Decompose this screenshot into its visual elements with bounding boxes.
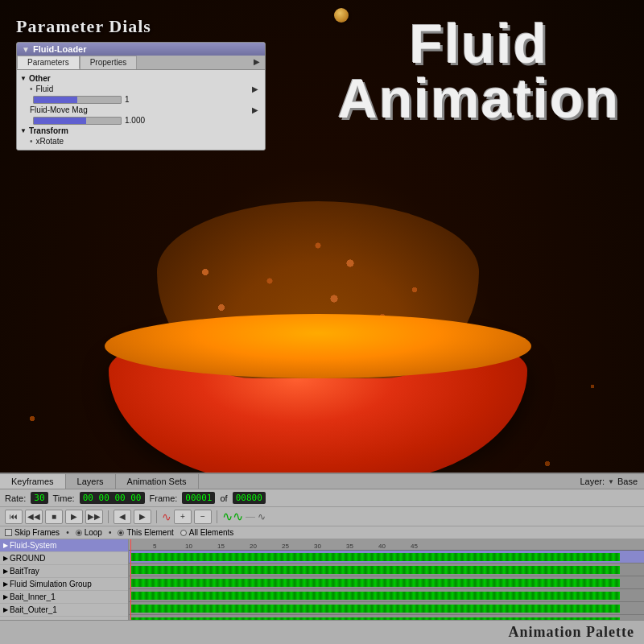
track-bait-outer-label: Bait_Outer_1: [10, 605, 57, 614]
fluid-animation-title: Fluid Animation: [338, 16, 620, 126]
step-back-button[interactable]: ◀◀: [25, 510, 43, 524]
track-fluid-system[interactable]: ▶ Fluid-System: [0, 539, 128, 552]
track-row-bait-outer: [129, 615, 644, 620]
timeline-panel: Keyframes Layers Animation Sets Layer: ▼…: [0, 473, 644, 644]
track-row-ground: [129, 564, 644, 576]
ruler-5: 5: [153, 543, 156, 550]
ruler-35: 35: [346, 543, 353, 550]
param-tabs: Parameters Properties ▶: [17, 56, 265, 70]
bullet-icon: •: [30, 85, 33, 93]
section-transform-label: Transform: [29, 126, 68, 135]
param-window-title: Fluid-Loader: [33, 44, 87, 54]
loop-label: Loop: [85, 528, 102, 537]
section-other-header[interactable]: ▼ Other: [17, 73, 265, 84]
layer-indicator: Layer: ▼ Base: [573, 475, 644, 488]
ruler-40: 40: [378, 543, 386, 550]
transport-separator-3: [217, 510, 217, 523]
next-key-button[interactable]: ▶: [134, 510, 151, 524]
anim-palette-label: Animation Palette: [509, 624, 634, 640]
param-fluid-move-arrow-icon: ▶: [252, 105, 258, 114]
frame-value: 00001: [182, 492, 215, 504]
bullet-sep: •: [66, 528, 69, 537]
step-forward-button[interactable]: ▶▶: [85, 510, 103, 524]
bullet-sep-2: •: [109, 528, 112, 537]
ruler-25: 25: [282, 543, 289, 550]
skip-to-start-button[interactable]: ⏮: [5, 510, 23, 524]
skip-frames-checkbox[interactable]: [5, 529, 12, 536]
loop-option: Loop: [76, 528, 102, 537]
wave-icon: ∿: [162, 510, 171, 523]
fluid-move-slider-row: 1.000: [17, 115, 265, 126]
bowl-lip: [105, 314, 531, 378]
track-ruler: 5 10 15 20 25 30 35 40 45: [129, 539, 644, 551]
fluid-slider[interactable]: [33, 96, 122, 104]
track-timeline-area[interactable]: 5 10 15 20 25 30 35 40 45: [129, 539, 644, 620]
section-transform-triangle-icon: ▼: [20, 127, 27, 134]
track-bait-outer[interactable]: ▶ Bait_Outer_1: [0, 604, 128, 617]
loop-radio[interactable]: [76, 530, 82, 536]
track-ground-triangle-icon: ▶: [3, 555, 8, 562]
keyframe-bar-ground: [130, 566, 620, 574]
transport-separator-2: [156, 510, 157, 523]
time-value: 00 00 00 00: [80, 492, 145, 504]
layer-value: Base: [617, 477, 638, 486]
wavy-icon: ∿: [258, 511, 266, 522]
tab-animation-sets[interactable]: Animation Sets: [116, 474, 199, 489]
remove-key-button[interactable]: −: [194, 510, 212, 524]
track-bait-inner[interactable]: ▶ Bait_Inner_1: [0, 591, 128, 604]
green-wave-icon: ∿∿: [222, 509, 243, 524]
track-fluid-sim-label: Fluid Simulation Group: [10, 580, 92, 588]
minus-icon: —: [246, 511, 255, 522]
of-label: of: [220, 493, 227, 503]
tab-properties[interactable]: Properties: [80, 56, 138, 69]
track-baittray-label: BaitTray: [10, 567, 39, 576]
all-elements-label: All Elements: [189, 528, 234, 537]
track-fluidsim-triangle-icon: ▶: [3, 580, 8, 588]
param-fluid-arrow-icon: ▶: [252, 85, 258, 93]
timeline-tabs: Keyframes Layers Animation Sets Layer: ▼…: [0, 474, 644, 489]
play-button[interactable]: ▶: [65, 510, 83, 524]
fluid-move-slider-value: 1.000: [125, 116, 149, 125]
tab-keyframes[interactable]: Keyframes: [0, 474, 66, 489]
all-elements-option: All Elements: [180, 528, 234, 537]
track-baitinner-triangle-icon: ▶: [3, 593, 8, 601]
layer-dropdown-icon[interactable]: ▼: [608, 478, 614, 485]
ruler-10: 10: [185, 543, 192, 550]
total-frames: 00800: [233, 492, 266, 504]
fluid-move-slider[interactable]: [33, 117, 122, 125]
track-baittray[interactable]: ▶ BaitTray: [0, 565, 128, 578]
transport-separator: [108, 510, 109, 523]
section-other-label: Other: [29, 74, 51, 83]
section-other: ▼ Other • Fluid ▶ 1 Fluid-Move Mag ▶: [17, 73, 265, 126]
tab-parameters[interactable]: Parameters: [17, 56, 80, 69]
param-fluid-label: Fluid: [36, 85, 101, 93]
anim-palette-title-bar: Animation Palette: [0, 620, 644, 644]
rate-value: 30: [31, 492, 47, 504]
param-row-xrotate: • xRotate: [17, 136, 265, 147]
param-xrotate-label: xRotate: [36, 137, 101, 146]
tab-layers[interactable]: Layers: [66, 474, 116, 489]
keyframe-bar-bait-inner: [130, 605, 620, 613]
prev-key-button[interactable]: ◀: [114, 510, 131, 524]
track-row-fluid-sim: [129, 589, 644, 602]
this-element-option: This Element: [118, 528, 173, 537]
this-element-radio[interactable]: [118, 530, 124, 536]
xrotate-bullet-icon: •: [30, 137, 33, 146]
playhead[interactable]: [130, 539, 131, 620]
section-transform: ▼ Transform • xRotate: [17, 126, 265, 147]
transport-controls: ⏮ ◀◀ ■ ▶ ▶▶ ◀ ▶ ∿ + − ∿∿ — ∿: [0, 507, 644, 526]
track-ground[interactable]: ▶ GROUND: [0, 552, 128, 565]
stop-button[interactable]: ■: [45, 510, 63, 524]
add-key-button[interactable]: +: [174, 510, 192, 524]
track-fluid-sim[interactable]: ▶ Fluid Simulation Group: [0, 578, 128, 591]
param-fluid-move-label: Fluid-Move Mag: [30, 105, 94, 114]
section-transform-header[interactable]: ▼ Transform: [17, 126, 265, 136]
timeline-controls: Rate: 30 Time: 00 00 00 00 Frame: 00001 …: [0, 489, 644, 507]
param-row-fluid-move: Fluid-Move Mag ▶: [17, 105, 265, 115]
rate-label: Rate:: [5, 493, 26, 503]
all-elements-radio[interactable]: [180, 530, 187, 536]
keyframe-bar-bait-outer: [130, 617, 620, 620]
param-content: ▼ Other • Fluid ▶ 1 Fluid-Move Mag ▶: [17, 70, 265, 150]
tab-arrow-icon[interactable]: ▶: [249, 56, 265, 69]
fluid-slider-row: 1: [17, 94, 265, 105]
